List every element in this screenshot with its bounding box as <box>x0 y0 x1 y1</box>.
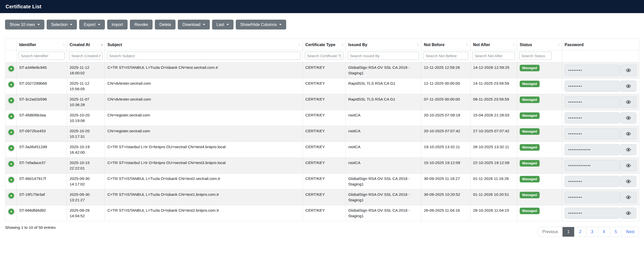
status-badge: Managed <box>520 144 540 151</box>
toolbar-button-show-10-rows[interactable]: Show 10 rows <box>5 20 44 29</box>
cell-not_after: 01-11-2026 10:20:51 <box>471 189 517 205</box>
toolbar-button-label: Selection <box>51 22 68 27</box>
caret-down-icon <box>226 24 229 25</box>
column-header-not_after[interactable]: Not After↑↓ <box>471 39 517 50</box>
sort-icon-not_before: ↑↓ <box>464 42 468 46</box>
column-header-status[interactable]: Status↑↓ <box>517 39 562 50</box>
table-row: +ST-3a364512d92025-10-19 16:42:00C=TR ST… <box>5 142 639 158</box>
page-link-next[interactable]: Next <box>622 227 639 237</box>
reveal-password-button[interactable] <box>620 192 636 203</box>
toolbar-button-revoke[interactable]: Revoke <box>130 20 153 29</box>
status-badge: Managed <box>520 128 540 135</box>
expand-row-button[interactable]: + <box>8 161 15 167</box>
password-masked-input[interactable] <box>565 128 620 139</box>
password-masked-input[interactable] <box>565 208 620 219</box>
filter-cell-subject <box>105 50 303 62</box>
column-header-cert_type[interactable]: Certificate Type↑↓ <box>303 39 346 50</box>
column-header-password[interactable]: Password <box>562 39 639 50</box>
plus-icon: + <box>10 177 13 182</box>
expand-row-button[interactable]: + <box>8 129 15 136</box>
search-input-not_after[interactable] <box>473 52 515 60</box>
password-input-group <box>565 81 636 92</box>
cell-created_at: 2025-09-30 13:21:27 <box>67 189 105 205</box>
search-input-not_before[interactable] <box>423 52 468 60</box>
cell-password <box>562 78 639 94</box>
expand-row-button[interactable]: + <box>8 176 15 183</box>
password-input-group <box>565 192 636 203</box>
search-input-cert_type[interactable] <box>305 52 343 60</box>
toolbar-button-last[interactable]: Last <box>212 20 233 29</box>
cell-password <box>562 205 639 221</box>
reveal-password-button[interactable] <box>620 97 636 108</box>
cell-not_before: 30-09-2025 11:16:27 <box>421 174 471 189</box>
cell-created_at: 2025-11-07 10:36:28 <box>67 94 105 110</box>
cell-not_after: 22-10-2025 19:12:09 <box>471 158 517 174</box>
password-masked-input[interactable] <box>565 65 620 76</box>
toolbar-button-delete[interactable]: Delete <box>155 20 175 29</box>
cell-password <box>562 126 639 142</box>
page-link-2[interactable]: 2 <box>574 227 586 237</box>
cell-created_at: 2025-10-20 10:17:31 <box>67 126 105 142</box>
cell-identifier: ST-7efadace37 <box>17 158 67 174</box>
reveal-password-button[interactable] <box>620 81 636 92</box>
password-masked-input[interactable] <box>565 160 620 171</box>
password-input-group <box>565 112 636 123</box>
toolbar-button-selection[interactable]: Selection <box>47 20 77 29</box>
search-input-created_at[interactable] <box>69 52 103 60</box>
password-masked-input[interactable] <box>565 144 620 155</box>
expand-row-button[interactable]: + <box>8 81 15 88</box>
expand-row-button[interactable]: + <box>8 97 15 104</box>
search-input-identifier[interactable] <box>19 52 65 60</box>
toolbar-button-label: Show 10 rows <box>10 22 35 27</box>
reveal-password-button[interactable] <box>620 144 636 155</box>
column-header-expand <box>5 39 17 50</box>
column-header-issued_by[interactable]: Issued By↑↓ <box>346 39 421 50</box>
search-input-status[interactable] <box>519 52 552 60</box>
password-masked-input[interactable] <box>565 112 620 123</box>
cell-created_at: 2025-10-20 10:19:06 <box>67 110 105 126</box>
column-header-subject[interactable]: Subject↑↓ <box>105 39 303 50</box>
toolbar-button-download[interactable]: Download <box>178 20 210 29</box>
password-masked-input[interactable] <box>565 97 620 108</box>
search-input-issued_by[interactable] <box>348 52 419 60</box>
column-header-not_before[interactable]: Not Before↑↓ <box>421 39 471 50</box>
reveal-password-button[interactable] <box>620 208 636 219</box>
table-filter-row <box>5 50 639 62</box>
toolbar-button-label: Import <box>112 22 123 27</box>
expand-row-button[interactable]: + <box>8 65 15 72</box>
column-header-created_at[interactable]: Created At↑↓ <box>67 39 105 50</box>
cell-password <box>562 189 639 205</box>
column-header-identifier[interactable]: Identifier↑↓ <box>17 39 67 50</box>
table-row: +ST-16f175e3af2025-09-30 13:21:27C=TR ST… <box>5 189 639 205</box>
cell-issued_by: rootCA <box>346 142 421 158</box>
reveal-password-button[interactable] <box>620 160 636 171</box>
eye-icon <box>626 163 631 168</box>
reveal-password-button[interactable] <box>620 112 636 123</box>
page-item-4: 4 <box>598 227 610 237</box>
cell-expand: + <box>5 62 17 78</box>
cell-status: Managed <box>517 78 562 94</box>
reveal-password-button[interactable] <box>620 176 636 187</box>
password-masked-input[interactable] <box>565 81 620 92</box>
toolbar-button-show-hide-columns[interactable]: Show/Hide Columns <box>236 20 286 29</box>
expand-row-button[interactable]: + <box>8 113 15 120</box>
search-input-subject[interactable] <box>107 52 301 60</box>
toolbar-button-export[interactable]: Export <box>79 20 105 29</box>
page-link-4[interactable]: 4 <box>598 227 610 237</box>
page-link-3[interactable]: 3 <box>586 227 598 237</box>
cell-not_after: 26-10-2025 13:32:11 <box>471 142 517 158</box>
page-link-1[interactable]: 1 <box>563 227 574 237</box>
page-link-5[interactable]: 5 <box>610 227 622 237</box>
cell-subject: CN=dvtester.sectrail.com <box>105 94 303 110</box>
password-masked-input[interactable] <box>565 192 620 203</box>
password-masked-input[interactable] <box>565 176 620 187</box>
certificates-table: Identifier↑↓Created At↑↓Subject↑↓Certifi… <box>5 39 639 221</box>
expand-row-button[interactable]: + <box>8 208 15 215</box>
expand-row-button[interactable]: + <box>8 192 15 199</box>
expand-row-button[interactable]: + <box>8 145 15 151</box>
cell-cert_type: CERT/KEY <box>303 174 346 189</box>
reveal-password-button[interactable] <box>620 65 636 76</box>
cell-password <box>562 158 639 174</box>
toolbar-button-import[interactable]: Import <box>107 20 128 29</box>
reveal-password-button[interactable] <box>620 128 636 139</box>
